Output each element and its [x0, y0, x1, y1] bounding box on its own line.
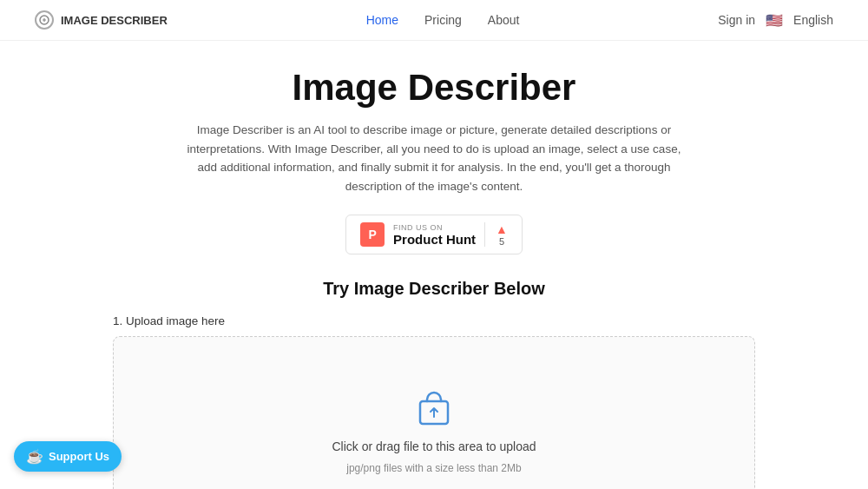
support-button[interactable]: ☕ Support Us [14, 441, 122, 472]
ph-score-number: 5 [499, 236, 504, 247]
product-hunt-badge[interactable]: P FIND US ON Product Hunt ▲ 5 [345, 215, 523, 254]
nav-pricing[interactable]: Pricing [424, 13, 462, 27]
nav-links: Home Pricing About [366, 13, 520, 27]
ph-badge-text: FIND US ON Product Hunt [393, 223, 476, 247]
flag-icon: 🇺🇸 [766, 12, 783, 29]
navbar: IMAGE DESCRIBER Home Pricing About Sign … [0, 0, 868, 41]
support-label: Support Us [49, 450, 109, 463]
coffee-icon: ☕ [26, 448, 43, 465]
sign-in-link[interactable]: Sign in [718, 13, 755, 27]
nav-right: Sign in 🇺🇸 English [718, 12, 833, 29]
upload-sub-text: jpg/png files with a size less than 2Mb [346, 462, 521, 474]
nav-about[interactable]: About [488, 13, 520, 27]
main-content: Image Describer Image Describer is an AI… [95, 41, 773, 489]
logo-text: IMAGE DESCRIBER [61, 14, 168, 27]
hero-subtitle: Image Describer is an AI tool to describ… [182, 121, 686, 195]
upload-icon [413, 389, 455, 431]
upload-label: 1. Upload image here [113, 314, 755, 327]
upload-area[interactable]: Click or drag file to this area to uploa… [113, 336, 755, 489]
logo-icon [35, 10, 54, 30]
nav-home[interactable]: Home [366, 13, 398, 27]
ph-score: ▲ 5 [484, 222, 508, 247]
ph-logo-icon: P [360, 222, 385, 247]
ph-find-label: FIND US ON [393, 223, 476, 232]
ph-arrow-icon: ▲ [496, 222, 508, 236]
language-label[interactable]: English [793, 13, 833, 27]
logo[interactable]: IMAGE DESCRIBER [35, 10, 168, 30]
try-title: Try Image Describer Below [113, 279, 755, 299]
ph-name-label: Product Hunt [393, 232, 476, 247]
upload-main-text: Click or drag file to this area to uploa… [332, 439, 536, 453]
page-title: Image Describer [113, 67, 755, 109]
